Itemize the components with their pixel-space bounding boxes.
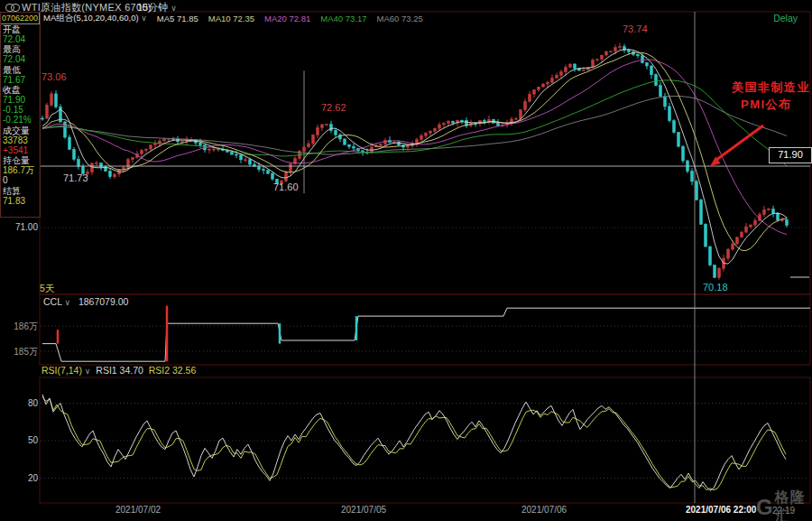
quote-high-label: 最高	[3, 44, 40, 54]
quote-low-label: 最低	[3, 65, 40, 75]
quote-settle-value: 71.83	[3, 196, 40, 206]
price-mark: 70.18	[703, 282, 728, 293]
rsi1-value: RSI1 34.70	[96, 365, 143, 376]
quote-panel: 开盘72.04最高72.04最低71.67收盘71.90-0.15-0.21%成…	[3, 24, 40, 206]
price-mark: 73.06	[42, 71, 67, 82]
link-icon	[5, 4, 22, 12]
chevron-down-icon: ∨	[85, 367, 91, 376]
quote-settle-label: 结算	[3, 186, 40, 196]
rsi-axis-label: 50	[7, 435, 38, 445]
date-label: 2021/07/02	[115, 505, 161, 515]
oi-axis-label: 185万	[7, 346, 38, 358]
ma-group-selector[interactable]: MA组合(5,10,20,40,60,0) ∨	[43, 13, 147, 24]
ma-legend-item: MA40 73.17	[320, 14, 366, 23]
quote-open-label: 开盘	[3, 24, 40, 34]
rsi-selector[interactable]: RSI(7,14) ∨	[42, 365, 93, 376]
price-mark: 71.73	[63, 172, 88, 183]
ma-items: MA5 71.85MA10 72.35MA20 72.81MA40 73.17M…	[157, 14, 433, 23]
chevron-down-icon: ∨	[171, 4, 177, 13]
quote-volume-label: 成交量	[3, 126, 40, 135]
ma-legend-item: MA5 71.85	[157, 14, 198, 23]
ccl-legend: CCL ∨ 1867079.00	[43, 296, 128, 307]
chevron-down-icon: ∨	[65, 298, 71, 307]
chevron-down-icon: ∨	[141, 14, 147, 23]
oi-window-label: 5天	[40, 283, 54, 295]
crosshair-price-label: 71.90	[769, 147, 812, 163]
logo-g-icon: G	[756, 497, 773, 518]
chart-canvas[interactable]	[0, 0, 812, 521]
price-mark: 71.60	[273, 181, 299, 192]
news-annotation-line2: PMI公布	[741, 97, 792, 113]
price-mark: 72.62	[321, 102, 346, 113]
quote-oi-value: 186.7万	[3, 165, 40, 175]
quote-oi-label: 持仓量	[3, 155, 40, 165]
rsi-axis-label: 80	[7, 398, 38, 408]
price-mark: 73.74	[623, 23, 648, 34]
quote-close-value: 71.90	[3, 95, 40, 105]
quote-volume-change: +3541	[3, 145, 40, 155]
quote-close-label: 收盘	[3, 85, 40, 95]
rsi2-value: RSI2 32.56	[149, 365, 197, 376]
ccl-selector[interactable]: CCL ∨	[43, 296, 73, 307]
rsi-axis-label: 20	[7, 473, 38, 483]
quote-change-value: -0.15	[3, 105, 40, 115]
ma-legend-item: MA10 72.35	[208, 14, 254, 23]
quote-open-value: 72.04	[3, 34, 40, 44]
crosshair-date-label: 2021/07/06 22:00	[686, 505, 756, 515]
ma-legend-row: MA组合(5,10,20,40,60,0) ∨ MA5 71.85MA10 72…	[43, 13, 433, 24]
date-label: 2021/07/06	[521, 505, 567, 515]
quote-oi-change: 0	[3, 175, 40, 185]
news-annotation-line1: 美国非制造业	[732, 79, 810, 96]
delay-badge: Delay	[773, 13, 798, 23]
rsi-legend: RSI(7,14) ∨ RSI1 34.70 RSI2 32.56	[42, 365, 196, 376]
price-axis-label: 71.00	[7, 222, 38, 232]
trading-terminal: WTI原油指数(NYMEX 6700) 15分钟 ∨ Delay 0706220…	[0, 0, 812, 521]
quote-volume-value: 33783	[3, 135, 40, 145]
quote-high-value: 72.04	[3, 54, 40, 64]
ma-legend-item: MA60 73.25	[377, 14, 423, 23]
oi-axis-label: 186万	[7, 321, 38, 333]
date-label: 2021/07/05	[341, 505, 386, 515]
ccl-value: 1867079.00	[78, 296, 128, 307]
gelonghui-logo: G 格隆汇	[756, 488, 812, 521]
quote-change-pct: -0.21%	[3, 115, 40, 125]
ma-legend-item: MA20 72.81	[264, 14, 310, 23]
quote-low-value: 71.67	[3, 75, 40, 85]
